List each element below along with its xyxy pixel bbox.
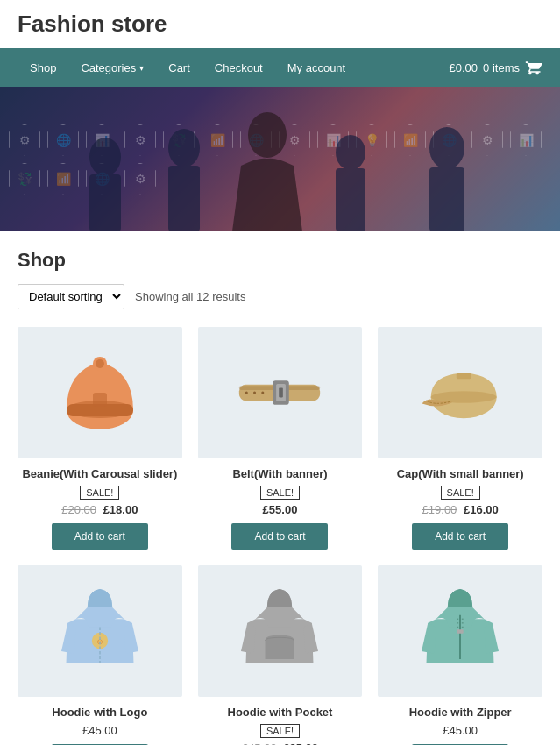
product-image-cap — [416, 344, 504, 441]
price-original: £20.00 — [61, 503, 96, 516]
product-name: Cap(With small banner) — [397, 467, 524, 480]
price-current: £35.00 — [283, 741, 318, 745]
product-card: Belt(With banner) SALE! £55.00 Add to ca… — [198, 327, 363, 550]
product-image-area — [198, 565, 363, 697]
nav-item-myaccount[interactable]: My account — [275, 51, 358, 85]
nav-item-checkout[interactable]: Checkout — [202, 51, 275, 85]
svg-point-2 — [168, 129, 200, 167]
svg-rect-12 — [93, 393, 107, 407]
product-card: Beanie(With Carousal slider) SALE! £20.0… — [18, 327, 182, 550]
site-header: Fashion store — [0, 0, 560, 48]
svg-rect-25 — [457, 373, 471, 380]
svg-point-5 — [336, 135, 365, 170]
product-image-area — [378, 565, 542, 697]
product-card: Hoodie with Zipper £45.00 Add to cart — [378, 565, 542, 745]
product-image-hoodie-pocket — [236, 583, 323, 679]
product-grid: Beanie(With Carousal slider) SALE! £20.0… — [18, 327, 542, 745]
cart-area[interactable]: £0.00 0 items — [450, 59, 542, 76]
sale-badge: SALE! — [80, 486, 119, 500]
sale-badge: SALE! — [441, 486, 480, 500]
cart-item-count: 0 items — [483, 61, 520, 74]
nav-links: Shop Categories ▾ Cart Checkout My accou… — [18, 51, 358, 85]
product-card: Hoodie with Pocket SALE! £45.00 £35.00 A… — [198, 565, 363, 745]
price-single: £45.00 — [443, 724, 478, 737]
svg-point-24 — [431, 391, 497, 402]
svg-point-21 — [253, 391, 256, 394]
svg-point-22 — [245, 391, 248, 394]
product-image-hoodie-logo: ☺ — [56, 583, 144, 679]
chevron-down-icon: ▾ — [139, 63, 144, 73]
svg-point-0 — [89, 138, 121, 176]
cart-icon — [525, 59, 542, 76]
result-count: Showing all 12 results — [135, 290, 245, 303]
nav-item-shop[interactable]: Shop — [18, 51, 68, 85]
price-area: £55.00 — [263, 503, 298, 516]
product-name: Belt(With banner) — [232, 467, 327, 480]
price-area: £45.00 — [82, 724, 117, 737]
add-to-cart-button[interactable]: Add to cart — [231, 523, 328, 550]
svg-rect-1 — [89, 174, 121, 231]
sorting-bar: Default sorting Showing all 12 results — [18, 284, 542, 309]
product-image-area — [198, 327, 363, 458]
add-to-cart-button[interactable]: Add to cart — [52, 523, 148, 550]
svg-rect-3 — [168, 166, 200, 231]
product-card: Cap(With small banner) SALE! £19.00 £16.… — [378, 327, 542, 550]
price-area: £45.00 — [443, 724, 478, 737]
price-original: £45.00 — [242, 741, 277, 745]
price-current: £55.00 — [263, 503, 298, 516]
price-original: £19.00 — [422, 503, 457, 516]
sale-badge: SALE! — [260, 486, 300, 500]
product-name: Beanie(With Carousal slider) — [22, 467, 177, 480]
svg-point-20 — [262, 391, 265, 394]
svg-point-7 — [429, 127, 464, 169]
product-image-area — [18, 327, 182, 458]
main-content: Shop Default sorting Showing all 12 resu… — [0, 231, 560, 745]
hero-banner: ⚙ 🌐 📊 ⚙ 💱 📶 🌐 ⚙ 📊 💡 📶 🌐 ⚙ 📊 💱 📶 🌐 ⚙ — [0, 87, 560, 231]
nav-item-categories[interactable]: Categories ▾ — [68, 51, 156, 85]
nav-bar: Shop Categories ▾ Cart Checkout My accou… — [0, 48, 560, 87]
product-image-hoodie-zipper — [416, 583, 504, 679]
product-image-area: ☺ — [18, 565, 182, 697]
add-to-cart-button[interactable]: Add to cart — [412, 523, 508, 550]
price-current: £16.00 — [464, 503, 499, 516]
hero-silhouettes — [0, 87, 560, 231]
price-single: £45.00 — [82, 724, 117, 737]
product-card: ☺ Hoodie with Logo £45.00 Add to cart — [18, 565, 182, 745]
sort-select[interactable]: Default sorting — [18, 284, 124, 309]
site-title: Fashion store — [18, 11, 542, 38]
price-area: £20.00 £18.00 — [61, 503, 138, 516]
sale-badge: SALE! — [260, 724, 300, 738]
price-area: £45.00 £35.00 — [242, 741, 318, 745]
product-name: Hoodie with Pocket — [228, 706, 333, 719]
nav-item-cart[interactable]: Cart — [156, 51, 202, 85]
product-name: Hoodie with Logo — [52, 706, 147, 719]
product-name: Hoodie with Zipper — [409, 706, 512, 719]
svg-point-4 — [248, 112, 287, 158]
product-image-area — [378, 327, 542, 458]
svg-rect-19 — [280, 388, 284, 398]
product-image-belt — [236, 344, 323, 441]
shop-title: Shop — [18, 249, 542, 272]
price-area: £19.00 £16.00 — [422, 503, 499, 516]
product-image-beanie — [56, 344, 144, 441]
svg-rect-8 — [429, 167, 464, 231]
svg-rect-6 — [336, 168, 365, 231]
svg-rect-30 — [457, 629, 463, 634]
price-current: £18.00 — [103, 503, 138, 516]
cart-amount: £0.00 — [450, 61, 478, 74]
svg-point-14 — [96, 359, 104, 368]
